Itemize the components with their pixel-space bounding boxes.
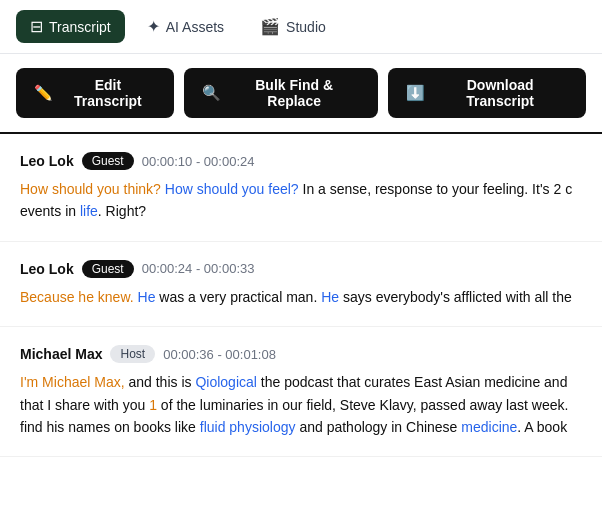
transcript-text-3: I'm Michael Max, and this is Qiological … xyxy=(20,371,582,438)
bulk-find-replace-button[interactable]: 🔍 Bulk Find & Replace xyxy=(184,68,379,118)
download-transcript-label: Download Transcript xyxy=(432,77,568,109)
tab-studio[interactable]: 🎬 Studio xyxy=(246,10,340,43)
speaker-line-2: Leo Lok Guest 00:00:24 - 00:00:33 xyxy=(20,260,582,278)
speaker-line-3: Michael Max Host 00:00:36 - 00:01:08 xyxy=(20,345,582,363)
download-icon: ⬇️ xyxy=(406,84,425,102)
tab-studio-label: Studio xyxy=(286,19,326,35)
toolbar: ✏️ Edit Transcript 🔍 Bulk Find & Replace… xyxy=(0,54,602,134)
transcript-icon: ⊟ xyxy=(30,17,43,36)
transcript-text-1: How should you think? How should you fee… xyxy=(20,178,582,223)
speaker-badge-3: Host xyxy=(110,345,155,363)
text-word: How should you feel? xyxy=(165,181,299,197)
timestamp-2: 00:00:24 - 00:00:33 xyxy=(142,261,255,276)
edit-icon: ✏️ xyxy=(34,84,53,102)
speaker-name-2: Leo Lok xyxy=(20,261,74,277)
search-icon: 🔍 xyxy=(202,84,221,102)
transcript-content: Leo Lok Guest 00:00:10 - 00:00:24 How sh… xyxy=(0,134,602,457)
tab-ai-assets[interactable]: ✦ AI Assets xyxy=(133,10,238,43)
nav-bar: ⊟ Transcript ✦ AI Assets 🎬 Studio xyxy=(0,0,602,54)
text-word: life xyxy=(80,203,98,219)
text-word: How should you think? xyxy=(20,181,161,197)
ai-assets-icon: ✦ xyxy=(147,17,160,36)
studio-icon: 🎬 xyxy=(260,17,280,36)
speaker-name-1: Leo Lok xyxy=(20,153,74,169)
download-transcript-button[interactable]: ⬇️ Download Transcript xyxy=(388,68,586,118)
timestamp-3: 00:00:36 - 00:01:08 xyxy=(163,347,276,362)
tab-transcript-label: Transcript xyxy=(49,19,111,35)
speaker-name-3: Michael Max xyxy=(20,346,102,362)
text-word: says everybody's afflicted with all the xyxy=(339,289,572,305)
text-word: 1 xyxy=(149,397,157,413)
text-word: Qiological xyxy=(195,374,256,390)
text-word: . A book xyxy=(517,419,567,435)
text-word: He xyxy=(321,289,339,305)
speaker-line-1: Leo Lok Guest 00:00:10 - 00:00:24 xyxy=(20,152,582,170)
text-word: . Right? xyxy=(98,203,146,219)
speaker-badge-1: Guest xyxy=(82,152,134,170)
timestamp-1: 00:00:10 - 00:00:24 xyxy=(142,154,255,169)
transcript-text-2: Because he knew. He was a very practical… xyxy=(20,286,582,308)
text-word: was a very practical man. xyxy=(155,289,321,305)
text-word: I'm Michael Max, xyxy=(20,374,125,390)
transcript-block-2: Leo Lok Guest 00:00:24 - 00:00:33 Becaus… xyxy=(0,242,602,327)
tab-ai-assets-label: AI Assets xyxy=(166,19,224,35)
text-word: and this is xyxy=(125,374,196,390)
text-word: Because he knew. xyxy=(20,289,134,305)
tab-transcript[interactable]: ⊟ Transcript xyxy=(16,10,125,43)
text-word: He xyxy=(138,289,156,305)
edit-transcript-label: Edit Transcript xyxy=(60,77,156,109)
text-word: and pathology in Chinese xyxy=(296,419,462,435)
edit-transcript-button[interactable]: ✏️ Edit Transcript xyxy=(16,68,174,118)
bulk-find-replace-label: Bulk Find & Replace xyxy=(228,77,361,109)
transcript-block-1: Leo Lok Guest 00:00:10 - 00:00:24 How sh… xyxy=(0,134,602,242)
speaker-badge-2: Guest xyxy=(82,260,134,278)
text-word: fluid physiology xyxy=(200,419,296,435)
text-word: medicine xyxy=(461,419,517,435)
transcript-block-3: Michael Max Host 00:00:36 - 00:01:08 I'm… xyxy=(0,327,602,457)
